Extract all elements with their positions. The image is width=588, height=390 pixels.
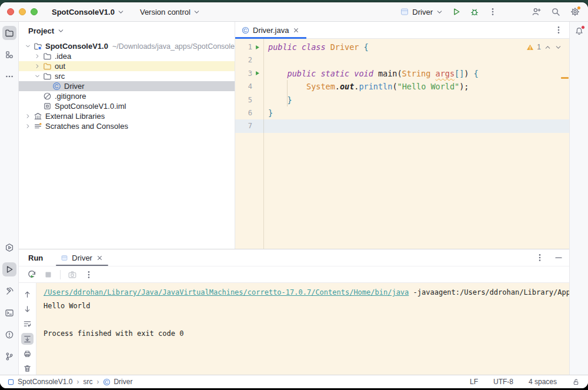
- run-tool-button[interactable]: [2, 262, 16, 276]
- warning-stripe-mark[interactable]: [561, 77, 569, 79]
- settings-button[interactable]: [570, 7, 580, 16]
- chevron-right-icon[interactable]: [33, 53, 42, 59]
- console-line: [44, 313, 569, 326]
- code-line-6[interactable]: 6}: [235, 106, 569, 119]
- project-menu[interactable]: SpotConsoleV1.0: [52, 8, 125, 16]
- minimize-window-button[interactable]: [19, 8, 26, 15]
- line-ending-widget[interactable]: LF: [470, 378, 478, 386]
- gutter-spacer: [254, 123, 260, 129]
- hide-run-panel-button[interactable]: [554, 253, 563, 262]
- scroll-to-end-button[interactable]: [21, 333, 34, 345]
- run-line-icon[interactable]: [254, 44, 260, 51]
- code-text: }: [263, 94, 292, 106]
- run-config-icon: [400, 7, 409, 16]
- clear-all-button[interactable]: [21, 363, 34, 375]
- run-tab-driver[interactable]: Driver: [56, 249, 108, 266]
- stop-button[interactable]: [44, 270, 53, 279]
- code-line-5[interactable]: 5 }: [235, 94, 569, 106]
- code-line-2[interactable]: 2: [235, 54, 569, 66]
- line-number: 5: [248, 94, 252, 106]
- main-area: Project SpotConsoleV1.0~/Downloads/java_…: [0, 22, 588, 375]
- terminal-tool-button[interactable]: [2, 306, 16, 320]
- breadcrumb-item-src[interactable]: src: [83, 378, 92, 386]
- indent-widget[interactable]: 4 spaces: [529, 378, 557, 386]
- project-tool-button[interactable]: [2, 26, 16, 40]
- scroll-end-icon: [23, 335, 32, 344]
- zoom-window-button[interactable]: [31, 8, 38, 15]
- vcs-menu[interactable]: Version control: [140, 8, 201, 16]
- tree-item-spotconsolev1-0-iml[interactable]: SpotConsoleV1.0.iml: [19, 101, 235, 111]
- editor-options-button[interactable]: [554, 25, 563, 35]
- token: [469, 69, 473, 78]
- chevron-down-icon[interactable]: [33, 73, 42, 79]
- code-line-1[interactable]: 1public class Driver {: [235, 41, 569, 54]
- more-tool-windows-button[interactable]: [2, 69, 16, 84]
- run-config-selector[interactable]: Driver: [400, 7, 443, 16]
- tree-item-spotconsolev1-0[interactable]: SpotConsoleV1.0~/Downloads/java_apps/Spo…: [19, 41, 235, 51]
- prev-problem-icon[interactable]: [544, 44, 552, 51]
- chevron-right-icon[interactable]: [33, 63, 42, 69]
- next-occurrence-button[interactable]: [21, 303, 34, 315]
- project-panel-header[interactable]: Project: [19, 22, 235, 39]
- search-everywhere-button[interactable]: [551, 7, 560, 16]
- code-with-me-button[interactable]: [532, 7, 541, 16]
- tab-driver-java[interactable]: Driver.java: [235, 22, 306, 38]
- tree-item-scratches-and-consoles[interactable]: Scratches and Consoles: [19, 121, 235, 131]
- services-tool-button[interactable]: [2, 241, 16, 255]
- breadcrumb-label: src: [83, 378, 92, 386]
- inspections-widget[interactable]: 1: [526, 43, 562, 51]
- console-file-link[interactable]: /Users/ddrohan/Library/Java/JavaVirtualM…: [44, 288, 409, 296]
- writable-lock-icon[interactable]: [572, 378, 580, 386]
- close-window-button[interactable]: [7, 8, 14, 15]
- token: (: [392, 82, 397, 91]
- structure-tool-button[interactable]: [2, 48, 16, 62]
- project-panel-title: Project: [28, 26, 54, 35]
- prev-occurrence-button[interactable]: [21, 288, 34, 300]
- tree-item-src[interactable]: src: [19, 71, 235, 81]
- close-run-tab-icon[interactable]: [96, 254, 103, 262]
- run-line-icon[interactable]: [254, 70, 260, 76]
- problems-tool-button[interactable]: [2, 328, 16, 342]
- tree-item-label: out: [55, 62, 65, 71]
- version-control-tool-button[interactable]: [2, 349, 16, 364]
- token: {: [364, 42, 369, 52]
- chevron-down-icon[interactable]: [24, 43, 32, 49]
- notifications-bell-icon[interactable]: [574, 26, 584, 36]
- code-line-7[interactable]: 7: [235, 119, 569, 132]
- console-output[interactable]: /Users/ddrohan/Library/Java/JavaVirtualM…: [36, 283, 569, 375]
- gutter-line-6: 6: [235, 106, 263, 119]
- line-number: 3: [248, 67, 252, 80]
- token: (: [397, 69, 402, 78]
- tree-item-driver[interactable]: Driver: [19, 81, 235, 91]
- chevron-right-icon[interactable]: [24, 113, 32, 119]
- token: public class: [268, 42, 330, 52]
- tree-item-external-libraries[interactable]: External Libraries: [19, 111, 235, 121]
- tree-item--gitignore[interactable]: .gitignore: [19, 91, 235, 101]
- next-problem-icon[interactable]: [554, 44, 562, 51]
- build-tool-button[interactable]: [2, 284, 16, 298]
- run-panel-header: Run Driver: [19, 249, 569, 266]
- debug-button[interactable]: [470, 7, 479, 16]
- code-line-3[interactable]: 3 public static void main(String args[])…: [235, 67, 569, 80]
- tree-item--idea[interactable]: .idea: [19, 51, 235, 61]
- class-icon: [103, 378, 111, 386]
- breadcrumb-label: Driver: [113, 378, 132, 386]
- run-button[interactable]: [452, 7, 461, 16]
- chevron-right-icon[interactable]: [24, 123, 32, 129]
- code-line-4[interactable]: 4 System.out.println("Hello World");: [235, 80, 569, 93]
- breadcrumb-item-spotconsolev1.0[interactable]: SpotConsoleV1.0: [7, 378, 72, 386]
- console-more-button[interactable]: [84, 270, 93, 279]
- token: [268, 95, 288, 105]
- run-panel-options-button[interactable]: [535, 253, 544, 262]
- capture-snapshot-button[interactable]: [68, 270, 77, 279]
- close-tab-icon[interactable]: [292, 26, 300, 34]
- print-button[interactable]: [21, 348, 34, 359]
- tree-item-out[interactable]: out: [19, 61, 235, 71]
- soft-wrap-button[interactable]: [21, 318, 34, 330]
- more-actions-button[interactable]: [488, 7, 497, 16]
- code-area[interactable]: 1public class Driver {23 public static v…: [235, 39, 569, 249]
- encoding-widget[interactable]: UTF-8: [493, 378, 513, 386]
- rerun-button[interactable]: [27, 270, 36, 279]
- right-tool-strip: [569, 22, 588, 375]
- breadcrumb-item-driver[interactable]: Driver: [103, 378, 132, 386]
